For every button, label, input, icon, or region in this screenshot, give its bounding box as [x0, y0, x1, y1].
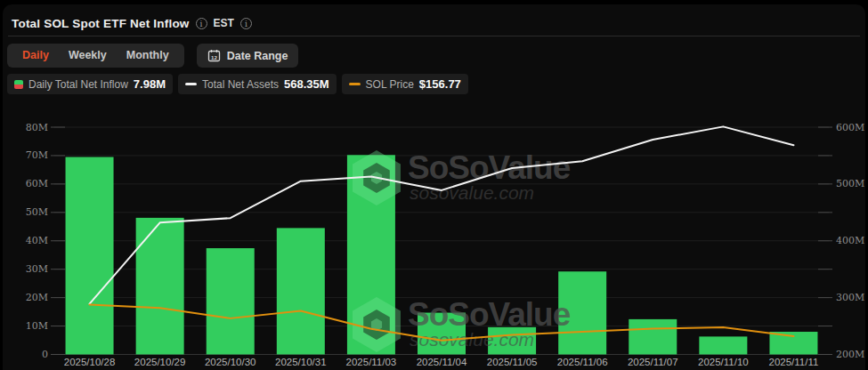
legend-value: $156.77	[419, 77, 461, 91]
legend-label: Total Net Assets	[202, 78, 279, 91]
net-inflow-bar[interactable]	[136, 218, 184, 355]
header-divider	[8, 36, 860, 36]
y-axis-label-left: 40M	[26, 235, 48, 246]
y-axis-label-left: 60M	[26, 178, 48, 189]
net-inflow-bar[interactable]	[769, 332, 817, 354]
legend-item-sol-price[interactable]: SOL Price $156.77	[342, 74, 468, 94]
legend-value: 568.35M	[284, 77, 329, 91]
x-axis-label: 2025/10/31	[275, 357, 327, 367]
x-axis-label: 2025/11/04	[417, 357, 467, 367]
svg-text:sosovalue.com: sosovalue.com	[410, 329, 534, 350]
legend: Daily Total Net Inflow 7.98M Total Net A…	[7, 74, 468, 94]
net-inflow-bar[interactable]	[207, 248, 255, 354]
y-axis-label-left: 10M	[26, 320, 48, 332]
date-range-label: Date Range	[227, 50, 288, 62]
y-axis-label-right: 400M	[836, 235, 864, 246]
y-axis-label-right: 600M	[836, 122, 864, 133]
x-axis-label: 2025/10/28	[64, 357, 116, 367]
page-title: Total SOL Spot ETF Net Inflow	[12, 17, 190, 30]
info-icon[interactable]: i	[196, 18, 207, 29]
svg-text:12: 12	[211, 54, 217, 60]
x-axis-label: 2025/10/29	[134, 357, 186, 367]
svg-text:SoSoValue: SoSoValue	[408, 149, 571, 186]
calendar-icon: 12	[207, 49, 221, 62]
date-range-button[interactable]: 12 Date Range	[197, 44, 299, 68]
x-axis-label: 2025/10/30	[205, 357, 256, 367]
etf-inflow-chart: 010M20M30M40M50M60M70M80M200M300M400M500…	[3, 111, 868, 370]
toolbar: Daily Weekly Monthly 12 Date Range	[7, 44, 298, 68]
interval-tabs: Daily Weekly Monthly	[7, 44, 184, 68]
y-axis-label-left: 30M	[26, 263, 48, 275]
net-inflow-bar[interactable]	[66, 157, 114, 355]
net-assets-swatch-icon	[185, 83, 197, 85]
legend-item-net-inflow[interactable]: Daily Total Net Inflow 7.98M	[7, 74, 173, 94]
svg-text:SoSoValue: SoSoValue	[408, 296, 571, 333]
legend-label: SOL Price	[366, 78, 414, 91]
x-axis-label: 2025/11/05	[487, 357, 538, 367]
header: Total SOL Spot ETF Net Inflow i EST i	[12, 13, 252, 33]
chart-card: Total SOL Spot ETF Net Inflow i EST i Da…	[3, 4, 865, 370]
chart-area: 010M20M30M40M50M60M70M80M200M300M400M500…	[3, 111, 868, 370]
net-inflow-bar[interactable]	[699, 336, 747, 354]
net-inflow-bar[interactable]	[629, 319, 677, 355]
x-axis-label: 2025/11/06	[557, 357, 608, 367]
legend-item-net-assets[interactable]: Total Net Assets 568.35M	[178, 74, 337, 94]
tab-daily[interactable]: Daily	[12, 44, 59, 68]
net-inflow-swatch-icon	[14, 80, 23, 89]
tab-monthly[interactable]: Monthly	[117, 44, 179, 68]
timezone-label: EST	[214, 17, 234, 29]
y-axis-label-left: 20M	[26, 292, 48, 303]
watermark: SoSoValuesosovalue.com	[353, 296, 571, 352]
sol-price-swatch-icon	[349, 83, 361, 85]
timezone-info-icon[interactable]: i	[240, 18, 252, 29]
svg-text:sosovalue.com: sosovalue.com	[410, 182, 534, 203]
x-axis-label: 2025/11/03	[346, 357, 397, 367]
x-axis-label: 2025/11/11	[769, 357, 819, 367]
y-axis-label-left: 80M	[26, 122, 48, 133]
y-axis-label-right: 200M	[836, 349, 864, 360]
x-axis-label: 2025/11/07	[628, 357, 678, 367]
legend-value: 7.98M	[134, 77, 166, 91]
y-axis-label-left: 70M	[26, 149, 48, 161]
y-axis-label-right: 300M	[836, 292, 864, 303]
watermark: SoSoValuesosovalue.com	[353, 149, 571, 205]
legend-label: Daily Total Net Inflow	[28, 78, 128, 91]
net-inflow-bar[interactable]	[277, 228, 325, 354]
y-axis-label-left: 50M	[26, 206, 48, 218]
y-axis-label-left: 0	[42, 349, 48, 360]
x-axis-label: 2025/11/10	[698, 357, 749, 367]
tab-weekly[interactable]: Weekly	[59, 44, 117, 68]
y-axis-label-right: 500M	[836, 178, 864, 189]
